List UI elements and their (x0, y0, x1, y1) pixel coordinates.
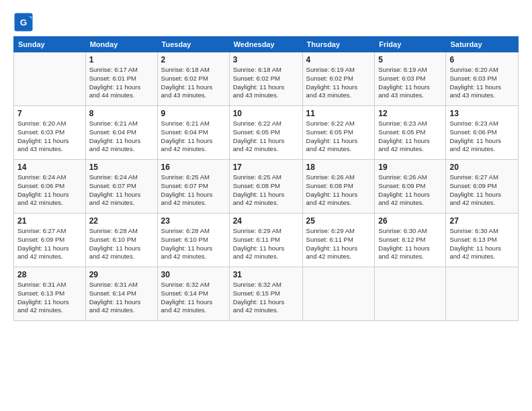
day-number: 28 (17, 270, 82, 279)
day-number: 23 (161, 216, 226, 226)
day-cell (302, 267, 375, 321)
header-row: SundayMondayTuesdayWednesdayThursdayFrid… (14, 37, 519, 52)
day-info: Sunrise: 6:21 AM Sunset: 6:04 PM Dayligh… (89, 120, 154, 154)
day-info: Sunrise: 6:18 AM Sunset: 6:02 PM Dayligh… (161, 66, 226, 100)
day-cell: 1Sunrise: 6:17 AM Sunset: 6:01 PM Daylig… (85, 52, 157, 106)
day-cell: 26Sunrise: 6:30 AM Sunset: 6:12 PM Dayli… (375, 214, 446, 267)
day-info: Sunrise: 6:31 AM Sunset: 6:14 PM Dayligh… (89, 281, 154, 315)
day-info: Sunrise: 6:22 AM Sunset: 6:05 PM Dayligh… (306, 120, 371, 154)
day-cell: 8Sunrise: 6:21 AM Sunset: 6:04 PM Daylig… (85, 106, 157, 160)
col-header-sunday: Sunday (14, 37, 86, 52)
day-number: 20 (449, 163, 515, 172)
day-info: Sunrise: 6:19 AM Sunset: 6:03 PM Dayligh… (378, 66, 442, 100)
day-cell: 6Sunrise: 6:20 AM Sunset: 6:03 PM Daylig… (446, 52, 519, 106)
week-row-4: 21Sunrise: 6:27 AM Sunset: 6:09 PM Dayli… (14, 214, 519, 267)
day-number: 18 (306, 163, 371, 172)
day-number: 22 (89, 216, 154, 226)
col-header-tuesday: Tuesday (157, 37, 229, 52)
day-cell: 19Sunrise: 6:26 AM Sunset: 6:09 PM Dayli… (375, 160, 446, 214)
day-number: 24 (233, 216, 299, 226)
day-info: Sunrise: 6:24 AM Sunset: 6:06 PM Dayligh… (17, 173, 82, 208)
day-cell: 17Sunrise: 6:25 AM Sunset: 6:08 PM Dayli… (229, 160, 302, 214)
week-row-2: 7Sunrise: 6:20 AM Sunset: 6:03 PM Daylig… (14, 106, 519, 160)
day-number: 21 (17, 216, 82, 226)
week-row-1: 1Sunrise: 6:17 AM Sunset: 6:01 PM Daylig… (14, 52, 519, 106)
day-number: 12 (378, 109, 442, 118)
day-number: 26 (378, 216, 442, 226)
day-cell: 25Sunrise: 6:29 AM Sunset: 6:11 PM Dayli… (302, 214, 375, 267)
day-number: 19 (378, 163, 442, 172)
day-info: Sunrise: 6:25 AM Sunset: 6:08 PM Dayligh… (233, 173, 299, 208)
day-cell: 24Sunrise: 6:29 AM Sunset: 6:11 PM Dayli… (229, 214, 302, 267)
day-info: Sunrise: 6:21 AM Sunset: 6:04 PM Dayligh… (161, 120, 226, 154)
day-info: Sunrise: 6:23 AM Sunset: 6:06 PM Dayligh… (449, 120, 515, 154)
day-info: Sunrise: 6:32 AM Sunset: 6:15 PM Dayligh… (233, 281, 299, 315)
col-header-saturday: Saturday (446, 37, 519, 52)
day-cell (14, 52, 86, 106)
col-header-friday: Friday (375, 37, 446, 52)
day-cell: 7Sunrise: 6:20 AM Sunset: 6:03 PM Daylig… (14, 106, 86, 160)
week-row-5: 28Sunrise: 6:31 AM Sunset: 6:13 PM Dayli… (14, 267, 519, 321)
calendar-table: SundayMondayTuesdayWednesdayThursdayFrid… (13, 36, 519, 321)
day-cell: 13Sunrise: 6:23 AM Sunset: 6:06 PM Dayli… (446, 106, 519, 160)
svg-text:G: G (20, 17, 28, 28)
day-info: Sunrise: 6:30 AM Sunset: 6:13 PM Dayligh… (449, 227, 515, 261)
day-cell: 14Sunrise: 6:24 AM Sunset: 6:06 PM Dayli… (14, 160, 86, 214)
day-number: 16 (161, 163, 226, 172)
day-number: 15 (89, 163, 154, 172)
day-cell: 28Sunrise: 6:31 AM Sunset: 6:13 PM Dayli… (14, 267, 86, 321)
day-cell (446, 267, 519, 321)
day-info: Sunrise: 6:30 AM Sunset: 6:12 PM Dayligh… (378, 227, 442, 261)
day-cell: 29Sunrise: 6:31 AM Sunset: 6:14 PM Dayli… (85, 267, 157, 321)
day-cell: 27Sunrise: 6:30 AM Sunset: 6:13 PM Dayli… (446, 214, 519, 267)
day-cell: 15Sunrise: 6:24 AM Sunset: 6:07 PM Dayli… (85, 160, 157, 214)
day-number: 29 (89, 270, 154, 279)
day-cell: 12Sunrise: 6:23 AM Sunset: 6:05 PM Dayli… (375, 106, 446, 160)
day-info: Sunrise: 6:28 AM Sunset: 6:10 PM Dayligh… (161, 227, 226, 261)
day-number: 13 (449, 109, 515, 118)
day-cell: 5Sunrise: 6:19 AM Sunset: 6:03 PM Daylig… (375, 52, 446, 106)
day-cell: 16Sunrise: 6:25 AM Sunset: 6:07 PM Dayli… (157, 160, 229, 214)
day-cell: 10Sunrise: 6:22 AM Sunset: 6:05 PM Dayli… (229, 106, 302, 160)
day-number: 11 (306, 109, 371, 118)
logo: G (13, 12, 36, 32)
day-cell: 22Sunrise: 6:28 AM Sunset: 6:10 PM Dayli… (85, 214, 157, 267)
day-cell: 11Sunrise: 6:22 AM Sunset: 6:05 PM Dayli… (302, 106, 375, 160)
header: G (13, 12, 519, 32)
day-info: Sunrise: 6:18 AM Sunset: 6:02 PM Dayligh… (233, 66, 299, 100)
day-cell: 2Sunrise: 6:18 AM Sunset: 6:02 PM Daylig… (157, 52, 229, 106)
day-number: 2 (161, 55, 226, 64)
day-number: 9 (161, 109, 226, 118)
day-number: 8 (89, 109, 154, 118)
day-info: Sunrise: 6:20 AM Sunset: 6:03 PM Dayligh… (449, 66, 515, 100)
day-number: 3 (233, 55, 299, 64)
day-number: 4 (306, 55, 371, 64)
day-info: Sunrise: 6:17 AM Sunset: 6:01 PM Dayligh… (89, 66, 154, 100)
day-number: 7 (17, 109, 82, 118)
day-cell: 31Sunrise: 6:32 AM Sunset: 6:15 PM Dayli… (229, 267, 302, 321)
day-number: 14 (17, 163, 82, 172)
day-info: Sunrise: 6:24 AM Sunset: 6:07 PM Dayligh… (89, 173, 154, 208)
day-info: Sunrise: 6:26 AM Sunset: 6:09 PM Dayligh… (378, 173, 442, 208)
day-info: Sunrise: 6:25 AM Sunset: 6:07 PM Dayligh… (161, 173, 226, 208)
day-info: Sunrise: 6:26 AM Sunset: 6:08 PM Dayligh… (306, 173, 371, 208)
day-number: 1 (89, 55, 154, 64)
day-cell: 4Sunrise: 6:19 AM Sunset: 6:02 PM Daylig… (302, 52, 375, 106)
day-cell: 23Sunrise: 6:28 AM Sunset: 6:10 PM Dayli… (157, 214, 229, 267)
day-number: 31 (233, 270, 299, 279)
day-info: Sunrise: 6:27 AM Sunset: 6:09 PM Dayligh… (449, 173, 515, 208)
day-info: Sunrise: 6:22 AM Sunset: 6:05 PM Dayligh… (233, 120, 299, 154)
day-cell: 18Sunrise: 6:26 AM Sunset: 6:08 PM Dayli… (302, 160, 375, 214)
day-info: Sunrise: 6:19 AM Sunset: 6:02 PM Dayligh… (306, 66, 371, 100)
col-header-monday: Monday (85, 37, 157, 52)
day-info: Sunrise: 6:32 AM Sunset: 6:14 PM Dayligh… (161, 281, 226, 315)
day-info: Sunrise: 6:29 AM Sunset: 6:11 PM Dayligh… (233, 227, 299, 261)
day-number: 25 (306, 216, 371, 226)
day-cell: 21Sunrise: 6:27 AM Sunset: 6:09 PM Dayli… (14, 214, 86, 267)
day-info: Sunrise: 6:27 AM Sunset: 6:09 PM Dayligh… (17, 227, 82, 261)
day-info: Sunrise: 6:23 AM Sunset: 6:05 PM Dayligh… (378, 120, 442, 154)
col-header-wednesday: Wednesday (229, 37, 302, 52)
day-number: 17 (233, 163, 299, 172)
calendar-page: G SundayMondayTuesdayWednesdayThursdayFr… (0, 0, 532, 411)
day-cell: 9Sunrise: 6:21 AM Sunset: 6:04 PM Daylig… (157, 106, 229, 160)
